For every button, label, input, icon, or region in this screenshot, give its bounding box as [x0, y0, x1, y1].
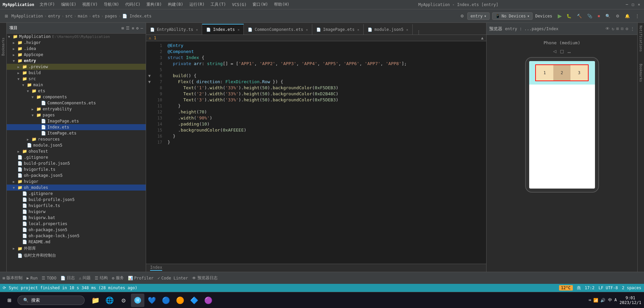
- breadcrumb-myapp[interactable]: MyApplication: [11, 14, 43, 18]
- list-item[interactable]: 📄oh-package.json5: [7, 227, 146, 233]
- list-item[interactable]: ▶📁.preview: [7, 64, 146, 70]
- taskbar-icon-settings[interactable]: ⚙: [117, 294, 130, 307]
- run-btn-bottom[interactable]: ▶ Run: [27, 276, 38, 280]
- taskbar-icon-explorer[interactable]: 📁: [89, 294, 102, 307]
- menu-view[interactable]: 视图(V): [80, 1, 100, 8]
- home-icon[interactable]: □: [560, 48, 564, 54]
- tray-icon1[interactable]: ⌨: [589, 298, 591, 303]
- sidebar-item-index-ets[interactable]: 📄Index.ets: [7, 124, 146, 130]
- maximize-button[interactable]: □: [631, 2, 635, 7]
- list-item[interactable]: ▶📁外部库: [7, 245, 146, 252]
- menu-tools[interactable]: 工具(T): [208, 1, 229, 8]
- list-item[interactable]: 📄build-profile.json5: [7, 197, 146, 203]
- device-selector[interactable]: 📱 No Devices ▾: [492, 12, 533, 20]
- close-button[interactable]: ✕: [637, 2, 641, 7]
- debug-button[interactable]: 🐛: [564, 12, 573, 20]
- tray-icon3[interactable]: 🔊: [600, 298, 605, 303]
- more-options-icon[interactable]: …: [567, 48, 571, 54]
- list-item[interactable]: 📄hvigorw.bat: [7, 215, 146, 221]
- menu-vcs[interactable]: VCS(G): [229, 2, 249, 8]
- menu-build[interactable]: 构建(B): [165, 1, 186, 8]
- log-btn[interactable]: 📄 日志: [60, 275, 75, 281]
- entry-selector[interactable]: entry ▾: [467, 12, 489, 20]
- preview-settings-icon[interactable]: ⚙: [626, 26, 628, 31]
- close-tab-icon2[interactable]: ✕: [306, 28, 308, 32]
- list-item[interactable]: ▼📁src: [7, 76, 146, 82]
- more-button[interactable]: ⋮: [633, 12, 641, 20]
- minimize-button[interactable]: ─: [625, 2, 629, 7]
- gear-button[interactable]: ⚙: [614, 12, 622, 20]
- services-btn[interactable]: ⚙ 服务: [112, 275, 124, 281]
- tab-overflow[interactable]: ⋮: [414, 30, 423, 35]
- sidebar-icon1[interactable]: ⊞: [122, 26, 124, 31]
- structure-tab[interactable]: 结构: [0, 23, 6, 28]
- taskbar-icon-app1[interactable]: 🟠: [173, 294, 187, 307]
- notifications-tab[interactable]: Notifications: [638, 23, 643, 54]
- breadcrumb-entry[interactable]: entry: [48, 14, 60, 18]
- preview-more-icon[interactable]: ⋮: [630, 26, 635, 31]
- list-item[interactable]: ▶📁resources: [7, 136, 146, 142]
- version-control-btn[interactable]: ⊞ 版本控制: [3, 275, 22, 281]
- menu-refactor[interactable]: 重构(B): [144, 1, 165, 8]
- breadcrumb-file[interactable]: 📄 Index.ets: [122, 14, 151, 18]
- todo-btn[interactable]: ☰ TODO: [42, 276, 56, 280]
- menu-file[interactable]: 文件(F): [37, 1, 58, 8]
- list-item[interactable]: 📄README.md: [7, 239, 146, 245]
- list-item[interactable]: ▶📁AppScope: [7, 52, 146, 58]
- list-item[interactable]: 📄CommonComponents.ets: [7, 100, 146, 106]
- list-item[interactable]: 📄ItemPage.ets: [7, 130, 146, 136]
- list-item[interactable]: ▶📁.idea: [7, 46, 146, 52]
- list-item[interactable]: ▶📁entryability: [7, 106, 146, 112]
- tab-module-json[interactable]: 📄 module.json5 ✕: [364, 24, 413, 35]
- list-item[interactable]: 📄oh-package.json5: [7, 172, 146, 178]
- run-button[interactable]: ▶: [556, 12, 563, 20]
- sidebar-close-icon[interactable]: —: [141, 26, 143, 31]
- taskbar-icon-edge[interactable]: 🌐: [103, 294, 116, 307]
- taskbar-clock[interactable]: 9:01 2023/12/1: [619, 296, 641, 305]
- code-linter-btn[interactable]: ✓ Code Linter: [157, 276, 188, 280]
- menu-nav[interactable]: 导航(N): [101, 1, 122, 8]
- problems-btn[interactable]: ⚠ 问题: [79, 275, 91, 281]
- grid-icon[interactable]: ⊞: [616, 26, 619, 31]
- project-icon-button[interactable]: ⊞: [3, 12, 10, 20]
- attach-button[interactable]: 📎: [585, 12, 594, 20]
- bookmarks-tab[interactable]: Bookmarks: [1, 35, 6, 58]
- breadcrumb-pages[interactable]: pages: [105, 14, 117, 18]
- taskbar-icon-vscode[interactable]: 💙: [145, 294, 158, 307]
- stop-button[interactable]: ■: [596, 12, 602, 20]
- list-item[interactable]: ▶📁build: [7, 70, 146, 76]
- list-item[interactable]: 📄.gitignore: [7, 154, 146, 160]
- back-icon[interactable]: ◁: [553, 48, 556, 54]
- code-editor[interactable]: 1 @Entry 2 @Component 3 struct Index { 4…: [146, 41, 486, 264]
- list-item[interactable]: ▼📁ets: [7, 88, 146, 94]
- preview-log-btn[interactable]: 👁 预览器日志: [192, 275, 218, 281]
- list-item[interactable]: 📄临时文件和控制台: [7, 252, 146, 259]
- tab-index-ets[interactable]: 📄 Index.ets ✕: [202, 24, 244, 35]
- sidebar-icon3[interactable]: ≡: [132, 26, 134, 31]
- list-item[interactable]: 📄build-profile.json5: [7, 160, 146, 166]
- tree-root[interactable]: ▼ 📁 MyApplication E:\HarmonyOS\MyApplica…: [7, 34, 146, 40]
- sidebar-settings-icon[interactable]: ⚙: [136, 26, 139, 31]
- taskbar-icon-app3[interactable]: 🟣: [201, 294, 215, 307]
- close-tab-icon4[interactable]: ✕: [406, 28, 408, 32]
- settings-button[interactable]: ⚙: [458, 12, 466, 20]
- list-item[interactable]: ▼📁pages: [7, 112, 146, 118]
- list-item[interactable]: 📄oh-package-lock.json5: [7, 233, 146, 239]
- list-item[interactable]: ▶📁.hvigor: [7, 40, 146, 46]
- list-item[interactable]: ▼📁main: [7, 82, 146, 88]
- breadcrumb-main[interactable]: main: [78, 14, 87, 18]
- taskbar-search-box[interactable]: 🔍 搜索: [17, 296, 85, 305]
- close-tab-icon[interactable]: ✕: [196, 28, 198, 32]
- structure-btn-bottom[interactable]: ☰ 结构: [95, 275, 108, 281]
- bookmarks-side-tab[interactable]: Bookmarks: [638, 61, 643, 85]
- notification-button[interactable]: 🔔: [623, 12, 632, 20]
- list-item[interactable]: 📄module.json5: [7, 142, 146, 148]
- taskbar-icon-app2[interactable]: 🔷: [187, 294, 201, 307]
- breadcrumb-src[interactable]: src: [65, 14, 73, 18]
- list-item[interactable]: 📄local.properties: [7, 221, 146, 227]
- menu-edit[interactable]: 编辑(E): [58, 1, 79, 8]
- build-button[interactable]: 🔨: [575, 12, 584, 20]
- eye-icon[interactable]: 👁: [605, 26, 610, 31]
- start-button[interactable]: ⊞: [3, 294, 16, 307]
- close-tab-active-icon[interactable]: ✕: [237, 28, 239, 32]
